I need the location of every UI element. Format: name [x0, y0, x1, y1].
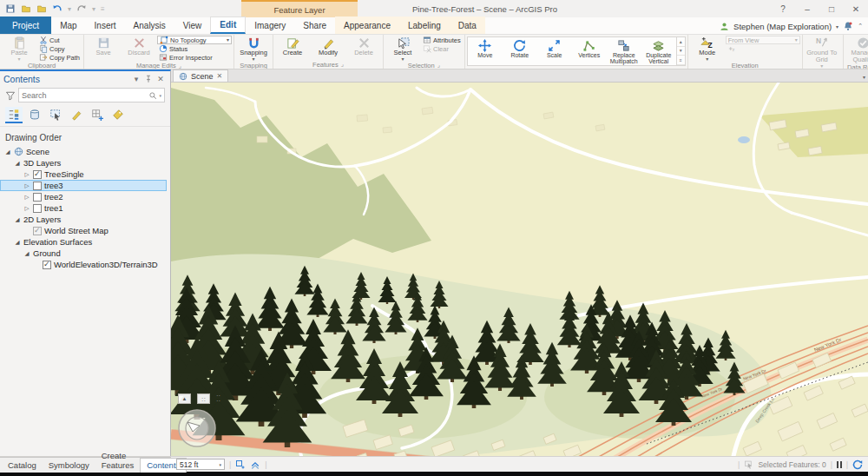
no-topology-combo[interactable]: No Topology▾ [157, 36, 232, 44]
tab-map[interactable]: Map [51, 17, 85, 34]
expander-collapsed-icon[interactable]: ▷ [23, 205, 30, 212]
expander-expanded-icon[interactable]: ◢ [4, 149, 11, 155]
item-button[interactable] [726, 44, 800, 53]
discard-button[interactable]: Discard [122, 36, 156, 62]
tab-imagery[interactable]: Imagery [246, 17, 294, 34]
cut-button[interactable]: Cut [37, 36, 82, 44]
dialog-launcher-icon[interactable]: ⌟ [179, 63, 181, 69]
error-inspector-button[interactable]: Error Inspector [157, 53, 232, 62]
visibility-checkbox[interactable] [43, 261, 51, 269]
redo-icon[interactable] [75, 3, 89, 16]
view-tab-scene[interactable]: Scene ✕ [173, 69, 228, 82]
dialog-launcher-icon[interactable]: ⌟ [437, 62, 440, 69]
expander-collapsed-icon[interactable]: ▷ [23, 171, 30, 178]
filter-icon[interactable] [5, 90, 16, 101]
tab-edit[interactable]: Edit [210, 17, 246, 34]
tab-view[interactable]: View [174, 17, 211, 34]
pause-drawing-icon[interactable] [837, 461, 842, 468]
expander-expanded-icon[interactable]: ◢ [14, 160, 21, 167]
paste-button[interactable]: Paste▾ [2, 36, 36, 62]
gallery-scroll[interactable]: ▲▼≡ [676, 37, 685, 65]
overlay-collapse-button[interactable]: ▲ [178, 393, 191, 404]
collapse-ribbon-icon[interactable]: ⌃ [858, 23, 863, 30]
expander-expanded-icon[interactable]: ◢ [23, 250, 30, 257]
layer-item-treesingle[interactable]: ▷TreeSingle [0, 169, 167, 180]
list-by-selection-button[interactable] [47, 107, 64, 123]
tab-share[interactable]: Share [294, 17, 335, 34]
clear-button[interactable]: Clear [421, 44, 463, 53]
delete-button[interactable]: Delete [346, 36, 381, 60]
duplicate-vertical-tool[interactable]: Duplicate Vertical [641, 37, 676, 65]
refresh-icon[interactable] [852, 459, 863, 470]
close-button[interactable]: ✕ [844, 0, 868, 17]
copy-path-button[interactable]: Copy Path [37, 53, 82, 62]
layer-item-scene[interactable]: ◢Scene [0, 146, 167, 157]
pane-tab-symbology[interactable]: Symbology [43, 459, 95, 473]
select-button[interactable]: Select▾ [385, 36, 420, 62]
copy-button[interactable]: Copy [37, 44, 82, 53]
expander-collapsed-icon[interactable]: ▷ [23, 182, 30, 189]
expander-expanded-icon[interactable]: ◢ [14, 239, 21, 246]
dialog-launcher-icon[interactable]: ⌟ [341, 61, 344, 68]
layer-item-world-street-map[interactable]: World Street Map [0, 225, 167, 236]
vertices-tool[interactable]: Vertices [572, 37, 607, 65]
minimize-button[interactable]: – [795, 0, 819, 17]
search-input[interactable] [22, 91, 148, 100]
list-by-data-source-button[interactable] [26, 107, 43, 123]
tab-project[interactable]: Project [0, 17, 51, 34]
help-button[interactable]: ? [771, 0, 795, 17]
tab-analysis[interactable]: Analysis [125, 17, 174, 34]
replace-multipatch-tool[interactable]: Replace Multipatch [607, 37, 641, 65]
ground-to-grid-button[interactable]: Ground To Grid▾ [805, 36, 839, 69]
scale-tool[interactable]: Scale [537, 37, 572, 65]
maximize-button[interactable]: □ [819, 0, 844, 17]
snapping-button[interactable]: Snapping▾ [236, 36, 271, 62]
visibility-checkbox[interactable] [33, 170, 42, 179]
layer-item-ground[interactable]: ◢Ground [0, 248, 167, 259]
manage-quality-button[interactable]: Manage Quality [845, 36, 868, 63]
expander-expanded-icon[interactable]: ◢ [14, 216, 21, 223]
tab-labeling[interactable]: Labeling [399, 17, 450, 34]
new-project-icon[interactable] [35, 3, 49, 16]
layer-item-tree3[interactable]: ▷tree3 [0, 180, 167, 191]
tab-insert[interactable]: Insert [86, 17, 125, 34]
undo-icon[interactable] [50, 3, 64, 16]
list-by-labeling-button[interactable] [109, 107, 127, 123]
navigator-compass[interactable] [176, 407, 218, 449]
view-tab-close-icon[interactable]: ✕ [217, 72, 223, 80]
scene-canvas[interactable]: New York DrNew York DrNew York DrNew Yor… [171, 83, 868, 456]
save-project-icon[interactable] [3, 3, 17, 16]
move-tool[interactable]: Move [468, 37, 503, 65]
menu-arrow-icon[interactable]: ▾ [66, 5, 73, 13]
attributes-button[interactable]: Attributes [421, 36, 463, 44]
flicker-icon[interactable] [250, 459, 260, 470]
list-by-editing-button[interactable] [68, 107, 85, 123]
list-by-snapping-button[interactable] [89, 107, 106, 123]
pane-close-icon[interactable]: ✕ [155, 73, 167, 85]
mode-button[interactable]: Mode▾ [690, 36, 725, 62]
rotate-tool[interactable]: Rotate [503, 37, 537, 65]
open-project-icon[interactable] [19, 3, 33, 16]
visibility-checkbox[interactable] [33, 227, 42, 235]
view-tab-overflow-icon[interactable]: ▾ [863, 74, 865, 80]
layer-item-elevation-surfaces[interactable]: ◢Elevation Surfaces [0, 236, 167, 248]
pane-pin-icon[interactable] [142, 73, 155, 85]
tab-appearance[interactable]: Appearance [335, 17, 399, 34]
account-name[interactable]: Stephen (Map Exploration) [733, 22, 832, 31]
search-icon[interactable] [148, 91, 157, 100]
save-button[interactable]: Save [86, 36, 121, 62]
account-menu-arrow-icon[interactable]: ▾ [836, 23, 838, 30]
pane-tab-create-features[interactable]: Create Features [95, 449, 141, 473]
overlay-move-button[interactable]: ∷ [197, 393, 210, 404]
scene-viewport[interactable]: New York DrNew York DrNew York DrNew Yor… [171, 83, 868, 456]
pane-tab-catalog[interactable]: Catalog [2, 459, 43, 473]
notification-bell-icon[interactable] [843, 21, 853, 31]
scale-selector[interactable]: 512 ft ▾ [176, 459, 225, 470]
status-button[interactable]: Status [157, 44, 232, 53]
layer-item-2d-layers[interactable]: ◢2D Layers [0, 214, 167, 225]
layer-item-tree1[interactable]: ▷tree1 [0, 202, 167, 214]
selected-features-label[interactable]: Selected Features: 0 [758, 460, 825, 469]
visibility-checkbox[interactable] [33, 182, 42, 190]
visibility-checkbox[interactable] [33, 193, 42, 202]
list-by-drawing-order-button[interactable] [5, 107, 23, 123]
